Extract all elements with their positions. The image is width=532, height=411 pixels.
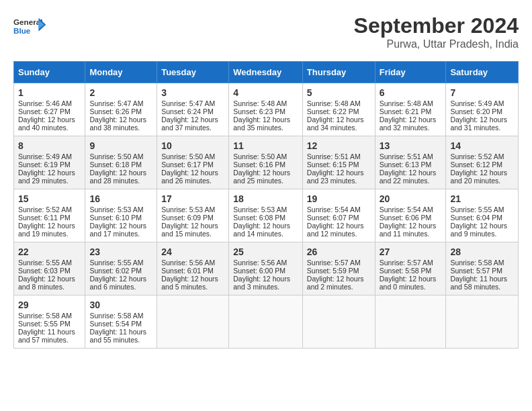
week-row-5: 29 Sunrise: 5:58 AMSunset: 5:55 PMDaylig…	[14, 295, 519, 349]
day-2: 2 Sunrise: 5:47 AMSunset: 6:26 PMDayligh…	[85, 83, 157, 136]
header-friday: Friday	[375, 62, 446, 83]
logo: General Blue	[13, 13, 50, 40]
week-row-4: 22 Sunrise: 5:55 AMSunset: 6:03 PMDaylig…	[14, 242, 519, 295]
header-thursday: Thursday	[302, 62, 375, 83]
day-6: 6 Sunrise: 5:48 AMSunset: 6:21 PMDayligh…	[375, 83, 446, 136]
day-18: 18 Sunrise: 5:53 AMSunset: 6:08 PMDaylig…	[229, 189, 303, 242]
day-14: 14 Sunrise: 5:52 AMSunset: 6:12 PMDaylig…	[446, 136, 519, 189]
day-5: 5 Sunrise: 5:48 AMSunset: 6:22 PMDayligh…	[302, 83, 375, 136]
empty-cell-4	[375, 295, 446, 349]
day-15: 15 Sunrise: 5:52 AMSunset: 6:11 PMDaylig…	[14, 189, 85, 242]
day-30: 30 Sunrise: 5:58 AMSunset: 5:54 PMDaylig…	[85, 295, 157, 349]
day-7: 7 Sunrise: 5:49 AMSunset: 6:20 PMDayligh…	[446, 83, 519, 136]
day-23: 23 Sunrise: 5:55 AMSunset: 6:02 PMDaylig…	[85, 242, 157, 295]
week-row-2: 8 Sunrise: 5:49 AMSunset: 6:19 PMDayligh…	[14, 136, 519, 189]
header-tuesday: Tuesday	[157, 62, 229, 83]
day-21: 21 Sunrise: 5:55 AMSunset: 6:04 PMDaylig…	[446, 189, 519, 242]
calendar-table: Sunday Monday Tuesday Wednesday Thursday…	[13, 61, 519, 349]
header-wednesday: Wednesday	[229, 62, 303, 83]
day-11: 11 Sunrise: 5:50 AMSunset: 6:16 PMDaylig…	[229, 136, 303, 189]
logo-icon: General Blue	[13, 13, 47, 40]
day-27: 27 Sunrise: 5:57 AMSunset: 5:58 PMDaylig…	[375, 242, 446, 295]
day-16: 16 Sunrise: 5:53 AMSunset: 6:10 PMDaylig…	[85, 189, 157, 242]
empty-cell-1	[157, 295, 229, 349]
header-monday: Monday	[85, 62, 157, 83]
week-row-3: 15 Sunrise: 5:52 AMSunset: 6:11 PMDaylig…	[14, 189, 519, 242]
day-4: 4 Sunrise: 5:48 AMSunset: 6:23 PMDayligh…	[229, 83, 303, 136]
day-26: 26 Sunrise: 5:57 AMSunset: 5:59 PMDaylig…	[302, 242, 375, 295]
title-area: September 2024 Purwa, Uttar Pradesh, Ind…	[354, 13, 519, 50]
week-row-1: 1 Sunrise: 5:46 AMSunset: 6:27 PMDayligh…	[14, 83, 519, 136]
empty-cell-3	[302, 295, 375, 349]
header: General Blue September 2024 Purwa, Uttar…	[13, 13, 519, 50]
day-13: 13 Sunrise: 5:51 AMSunset: 6:13 PMDaylig…	[375, 136, 446, 189]
day-1: 1 Sunrise: 5:46 AMSunset: 6:27 PMDayligh…	[14, 83, 85, 136]
header-saturday: Saturday	[446, 62, 519, 83]
day-17: 17 Sunrise: 5:53 AMSunset: 6:09 PMDaylig…	[157, 189, 229, 242]
day-9: 9 Sunrise: 5:50 AMSunset: 6:18 PMDayligh…	[85, 136, 157, 189]
day-10: 10 Sunrise: 5:50 AMSunset: 6:17 PMDaylig…	[157, 136, 229, 189]
header-sunday: Sunday	[14, 62, 85, 83]
day-3: 3 Sunrise: 5:47 AMSunset: 6:24 PMDayligh…	[157, 83, 229, 136]
day-24: 24 Sunrise: 5:56 AMSunset: 6:01 PMDaylig…	[157, 242, 229, 295]
day-28: 28 Sunrise: 5:58 AMSunset: 5:57 PMDaylig…	[446, 242, 519, 295]
month-title: September 2024	[354, 13, 519, 38]
day-25: 25 Sunrise: 5:56 AMSunset: 6:00 PMDaylig…	[229, 242, 303, 295]
location: Purwa, Uttar Pradesh, India	[354, 38, 519, 50]
day-19: 19 Sunrise: 5:54 AMSunset: 6:07 PMDaylig…	[302, 189, 375, 242]
day-8: 8 Sunrise: 5:49 AMSunset: 6:19 PMDayligh…	[14, 136, 85, 189]
days-header-row: Sunday Monday Tuesday Wednesday Thursday…	[14, 62, 519, 83]
svg-text:Blue: Blue	[13, 26, 31, 35]
day-20: 20 Sunrise: 5:54 AMSunset: 6:06 PMDaylig…	[375, 189, 446, 242]
day-29: 29 Sunrise: 5:58 AMSunset: 5:55 PMDaylig…	[14, 295, 85, 349]
empty-cell-2	[229, 295, 303, 349]
day-22: 22 Sunrise: 5:55 AMSunset: 6:03 PMDaylig…	[14, 242, 85, 295]
svg-text:General: General	[13, 17, 42, 26]
empty-cell-5	[446, 295, 519, 349]
day-12: 12 Sunrise: 5:51 AMSunset: 6:15 PMDaylig…	[302, 136, 375, 189]
